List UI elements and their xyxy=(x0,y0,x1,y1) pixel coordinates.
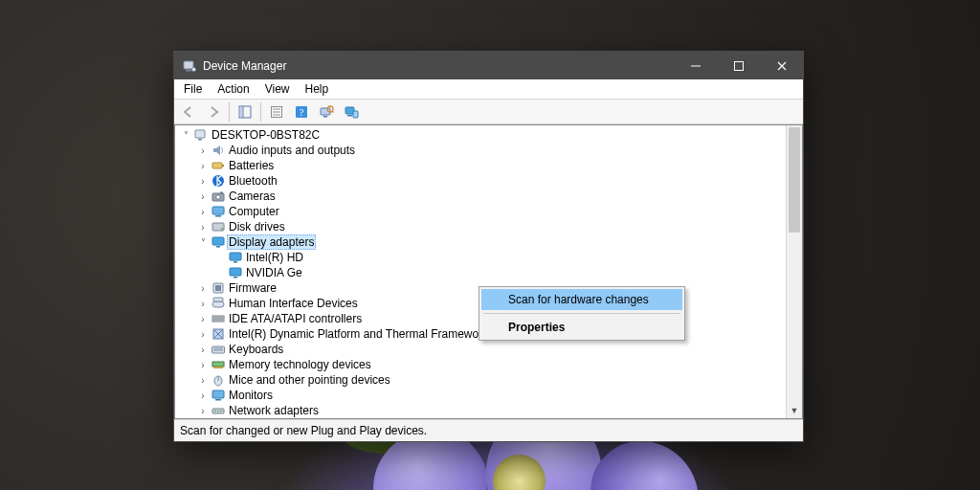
forward-button[interactable] xyxy=(202,100,225,123)
tree-category-label: Keyboards xyxy=(229,343,283,356)
tree-category[interactable]: ›Audio inputs and outputs xyxy=(179,143,787,158)
devices-button[interactable] xyxy=(340,100,363,123)
scroll-thumb[interactable] xyxy=(789,127,800,233)
expand-toggle[interactable]: › xyxy=(196,161,210,171)
display-icon xyxy=(211,234,226,250)
svg-rect-43 xyxy=(212,316,224,322)
expand-toggle[interactable]: › xyxy=(196,406,210,416)
svg-rect-7 xyxy=(240,107,242,117)
titlebar[interactable]: Device Manager xyxy=(174,52,803,79)
svg-rect-55 xyxy=(215,399,221,401)
tree-category-label: IDE ATA/ATAPI controllers xyxy=(229,312,362,325)
tree-category[interactable]: ›Memory technology devices xyxy=(179,357,787,372)
statusbar: Scan for changed or new Plug and Play de… xyxy=(174,419,803,441)
svg-rect-36 xyxy=(234,261,237,263)
expand-toggle[interactable]: ˅ xyxy=(196,237,210,248)
mouse-icon xyxy=(211,372,226,388)
toolbar-separator xyxy=(260,102,261,122)
tree-category-label: Display adapters xyxy=(227,234,316,250)
display-icon xyxy=(228,265,243,280)
svg-rect-28 xyxy=(220,192,223,194)
tree-category[interactable]: ›Network adapters xyxy=(179,403,787,418)
tree-category[interactable]: ›Computer xyxy=(179,204,787,219)
expand-toggle[interactable]: › xyxy=(196,390,210,401)
tree-category[interactable]: ›Monitors xyxy=(179,388,787,403)
svg-rect-20 xyxy=(353,111,358,118)
device-tree-pane: ˅DESKTOP-0BST82C›Audio inputs and output… xyxy=(174,124,803,419)
tree-category-label: Monitors xyxy=(229,389,273,402)
expand-toggle[interactable]: › xyxy=(196,360,210,370)
tree-category[interactable]: ›Keyboards xyxy=(179,342,787,357)
tree-category-label: Audio inputs and outputs xyxy=(229,144,355,157)
svg-line-17 xyxy=(332,111,334,113)
tree-device[interactable]: ·Intel(R) HD xyxy=(179,250,787,265)
svg-rect-34 xyxy=(216,246,220,248)
maximize-button[interactable] xyxy=(717,52,760,79)
tree-category[interactable]: ˅Display adapters xyxy=(179,234,787,250)
tree-root-label: DESKTOP-0BST82C xyxy=(212,128,320,142)
expand-toggle[interactable]: › xyxy=(196,314,210,324)
display-icon xyxy=(228,250,243,265)
ctx-properties[interactable]: Properties xyxy=(481,317,682,338)
tree-category[interactable]: ›Disk drives xyxy=(179,219,787,234)
expand-toggle[interactable]: › xyxy=(196,329,210,340)
menu-view[interactable]: View xyxy=(257,80,298,98)
network-icon xyxy=(211,403,226,418)
expand-toggle[interactable]: › xyxy=(196,176,210,187)
menubar: File Action View Help xyxy=(174,79,803,100)
context-menu: Scan for hardware changes Properties xyxy=(479,286,685,341)
svg-point-2 xyxy=(192,67,196,71)
tree-category-label: Bluetooth xyxy=(229,174,278,188)
keyboard-icon xyxy=(211,342,226,357)
menu-help[interactable]: Help xyxy=(298,80,337,98)
battery-icon xyxy=(211,158,226,173)
close-button[interactable] xyxy=(760,52,803,79)
back-button[interactable] xyxy=(177,100,200,123)
svg-rect-19 xyxy=(347,115,352,117)
tree-root[interactable]: ˅DESKTOP-0BST82C xyxy=(179,127,787,143)
svg-point-59 xyxy=(220,411,222,412)
tree-category-label: Disk drives xyxy=(229,220,285,234)
show-hide-tree-button[interactable] xyxy=(234,100,256,123)
ctx-scan-hardware[interactable]: Scan for hardware changes xyxy=(481,289,682,310)
expand-toggle[interactable]: › xyxy=(196,299,210,309)
device-tree[interactable]: ˅DESKTOP-0BST82C›Audio inputs and output… xyxy=(175,125,787,418)
tree-category[interactable]: ›Mice and other pointing devices xyxy=(179,372,787,388)
bluetooth-icon xyxy=(211,173,226,189)
svg-point-58 xyxy=(217,411,219,412)
expand-toggle[interactable]: › xyxy=(196,375,210,386)
svg-point-57 xyxy=(214,411,216,412)
menu-action[interactable]: Action xyxy=(210,80,256,98)
tree-category-label: Intel(R) Dynamic Platform and Thermal Fr… xyxy=(229,327,488,341)
help-button[interactable]: ? xyxy=(290,100,313,123)
minimize-button[interactable] xyxy=(674,52,717,79)
scroll-down-arrow[interactable]: ▼ xyxy=(787,403,802,418)
expand-toggle[interactable]: › xyxy=(196,207,210,217)
svg-rect-24 xyxy=(222,165,224,167)
expand-toggle[interactable]: › xyxy=(196,345,210,355)
svg-rect-35 xyxy=(230,253,241,260)
disk-icon xyxy=(211,219,226,234)
svg-point-27 xyxy=(216,195,221,200)
expand-toggle[interactable]: › xyxy=(196,145,210,156)
svg-rect-15 xyxy=(323,116,327,118)
properties-button[interactable] xyxy=(265,100,288,123)
toolbar: ? xyxy=(174,100,803,124)
expand-toggle[interactable]: ˅ xyxy=(179,130,192,141)
app-icon xyxy=(182,58,197,74)
tree-category[interactable]: ›Cameras xyxy=(179,189,787,204)
expand-toggle[interactable]: › xyxy=(196,283,210,294)
monitor-icon xyxy=(211,388,226,403)
tree-category[interactable]: ›Bluetooth xyxy=(179,173,787,189)
tree-category[interactable]: ›Batteries xyxy=(179,158,787,173)
tree-device[interactable]: ·NVIDIA Ge xyxy=(179,265,787,280)
scan-hardware-button[interactable] xyxy=(315,100,338,123)
audio-icon xyxy=(211,143,226,158)
expand-toggle[interactable]: › xyxy=(196,191,210,202)
status-text: Scan for changed or new Plug and Play de… xyxy=(180,424,427,437)
tree-category-label: Computer xyxy=(229,205,279,218)
expand-toggle[interactable]: › xyxy=(196,222,210,233)
menu-file[interactable]: File xyxy=(176,80,210,98)
svg-rect-33 xyxy=(212,237,224,245)
vertical-scrollbar[interactable]: ▲ ▼ xyxy=(786,125,802,418)
